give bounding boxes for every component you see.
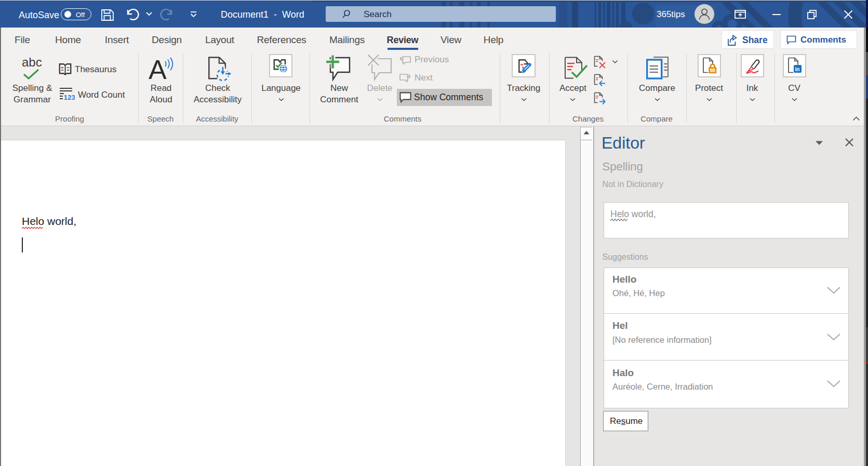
- svg-text:in: in: [795, 66, 800, 72]
- svg-text:123: 123: [64, 94, 75, 101]
